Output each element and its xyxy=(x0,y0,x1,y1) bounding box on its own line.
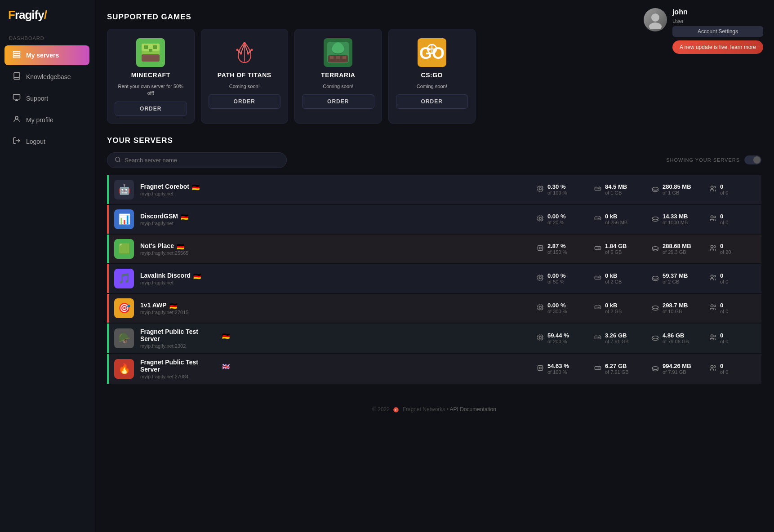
svg-point-23 xyxy=(250,49,253,51)
path-order-button[interactable]: ORDER xyxy=(209,94,281,109)
players-of: of 0 xyxy=(720,369,728,375)
logo-area: Fragify/ xyxy=(0,8,94,33)
ram-of: of 1 GB xyxy=(605,190,627,195)
ram-stat: 3.26 GB of 7.91 GB xyxy=(594,332,639,344)
user-role: User xyxy=(672,18,763,24)
sidebar-item-label: My servers xyxy=(26,52,59,59)
svg-point-76 xyxy=(711,216,713,218)
server-stats: 0.00 % of 20 % 0 kB of 256 MB xyxy=(236,213,754,225)
ram-stat: 1.84 GB of 6 GB xyxy=(594,243,639,255)
minecraft-order-button[interactable]: ORDER xyxy=(115,102,187,116)
sidebar-item-label: Support xyxy=(26,95,48,102)
server-flag: 🇩🇪 xyxy=(169,302,178,308)
sidebar-item-logout[interactable]: Logout xyxy=(4,132,89,151)
cpu-icon xyxy=(537,364,544,373)
svg-rect-29 xyxy=(336,56,340,59)
svg-rect-79 xyxy=(539,247,541,249)
terraria-name: TERRARIA xyxy=(321,71,355,79)
ram-of: of 7.91 GB xyxy=(605,369,629,375)
svg-point-56 xyxy=(711,186,713,188)
account-settings-button[interactable]: Account Settings xyxy=(672,26,763,37)
players-of: of 20 xyxy=(720,249,731,255)
sidebar-item-label: Logout xyxy=(26,138,45,145)
server-icon-emoji: 📊 xyxy=(118,213,130,225)
logout-icon xyxy=(13,137,21,146)
game-card-terraria[interactable]: TERRARIA Coming soon! ORDER xyxy=(294,29,382,124)
svg-point-137 xyxy=(714,305,716,306)
svg-rect-138 xyxy=(538,335,543,340)
ram-used: 84.5 MB xyxy=(605,183,627,190)
svg-point-4 xyxy=(15,116,18,119)
server-row[interactable]: 🔥 Fragnet Public Test Server 🇬🇧 myip.fra… xyxy=(107,354,761,384)
svg-rect-3 xyxy=(13,94,20,99)
players-stat: 0 of 0 xyxy=(709,272,754,284)
server-info: Not's Place 🇩🇪 myip.fragify.net:25565 xyxy=(140,242,230,256)
path-name: PATH OF TITANS xyxy=(218,71,271,79)
disk-icon xyxy=(652,334,659,343)
players-of: of 0 xyxy=(720,309,728,314)
csgo-order-button[interactable]: ORDER xyxy=(396,94,468,109)
ram-info: 1.84 GB of 6 GB xyxy=(605,243,627,255)
ram-used: 6.27 GB xyxy=(605,363,629,369)
svg-text:F: F xyxy=(396,408,397,411)
players-info: 0 of 0 xyxy=(720,302,728,314)
path-desc: Coming soon! xyxy=(229,83,260,90)
server-row-content: 🟩 Not's Place 🇩🇪 myip.fragify.net:25565 … xyxy=(114,239,754,259)
players-of: of 0 xyxy=(720,339,728,344)
cpu-of: of 100 % xyxy=(547,369,569,375)
cpu-icon xyxy=(537,274,544,283)
server-ip: myip.fragify.net xyxy=(140,221,230,226)
your-servers-title: YOUR SERVERS xyxy=(107,136,761,145)
server-flag: 🇩🇪 xyxy=(181,213,189,219)
sidebar-item-my-servers[interactable]: My servers xyxy=(4,45,89,65)
sidebar-item-my-profile[interactable]: My profile xyxy=(4,110,89,130)
server-row[interactable]: 🪖 Fragnet Public Test Server 🇩🇪 myip.fra… xyxy=(107,324,761,353)
game-card-minecraft[interactable]: MINECRAFT Rent your own server for 50% o… xyxy=(107,29,195,124)
cpu-info: 0.00 % of 20 % xyxy=(547,213,565,225)
server-name: Fragnet Public Test Server 🇬🇧 xyxy=(140,359,230,373)
server-row[interactable]: 🎯 1v1 AWP 🇩🇪 myip.fragify.net:27015 0.00… xyxy=(107,294,761,323)
server-name: Not's Place 🇩🇪 xyxy=(140,242,230,249)
svg-rect-98 xyxy=(538,275,543,280)
server-row[interactable]: 📊 DiscordGSM 🇩🇪 myip.fragify.net 0.00 % … xyxy=(107,205,761,234)
svg-point-157 xyxy=(714,335,716,337)
server-row[interactable]: 🎵 Lavalink Discord 🇩🇪 myip.fragify.net 0… xyxy=(107,264,761,293)
csgo-icon: GO xyxy=(418,38,446,67)
svg-rect-12 xyxy=(153,45,157,49)
footer-api-docs-link[interactable]: API Documentation xyxy=(450,406,496,412)
svg-point-116 xyxy=(711,275,713,277)
ram-used: 3.26 GB xyxy=(605,332,629,339)
server-row[interactable]: 🟩 Not's Place 🇩🇪 myip.fragify.net:25565 … xyxy=(107,235,761,263)
ram-icon xyxy=(594,274,601,283)
minecraft-icon xyxy=(136,38,165,67)
players-stat: 0 of 0 xyxy=(709,183,754,195)
server-row[interactable]: 🤖 Fragnet Corebot 🇩🇪 myip.fragify.net 0.… xyxy=(107,175,761,204)
disk-stat: 994.26 MB of 7.91 GB xyxy=(652,363,697,375)
csgo-name: CS:GO xyxy=(421,71,443,79)
update-banner-button[interactable]: A new update is live, learn more xyxy=(672,40,763,54)
search-bar[interactable] xyxy=(107,152,287,168)
footer-separator: • xyxy=(447,406,450,412)
search-input[interactable] xyxy=(125,157,279,164)
disk-of: of 10 GB xyxy=(663,309,688,314)
your-servers-section: YOUR SERVERS SHOWING YOUR SERVERS 🤖 xyxy=(107,136,761,385)
sidebar-item-knowledgebase[interactable]: Knowledgebase xyxy=(4,67,89,87)
players-info: 0 of 0 xyxy=(720,272,728,284)
terraria-order-button[interactable]: ORDER xyxy=(302,94,374,109)
game-card-path-of-titans[interactable]: PATH OF TITANS Coming soon! ORDER xyxy=(201,29,289,124)
games-grid: MINECRAFT Rent your own server for 50% o… xyxy=(107,29,476,124)
sidebar-item-support[interactable]: Support xyxy=(4,89,89,108)
server-flag: 🇩🇪 xyxy=(222,332,230,338)
footer: © 2022 F Fragnet Networks • API Document… xyxy=(107,398,761,418)
svg-line-37 xyxy=(119,160,120,162)
svg-point-6 xyxy=(651,13,659,22)
showing-toggle[interactable] xyxy=(744,155,761,164)
showing-label-text: SHOWING YOUR SERVERS xyxy=(666,157,740,163)
disk-stat: 4.86 GB of 79.06 GB xyxy=(652,332,697,344)
disk-of: of 7.91 GB xyxy=(663,369,691,375)
disk-icon xyxy=(652,274,659,283)
server-row-content: 🤖 Fragnet Corebot 🇩🇪 myip.fragify.net 0.… xyxy=(114,180,754,200)
svg-rect-2 xyxy=(13,56,20,58)
terraria-desc: Coming soon! xyxy=(323,83,353,90)
game-card-csgo[interactable]: GO CS:GO Coming soon! ORDER xyxy=(388,29,476,124)
